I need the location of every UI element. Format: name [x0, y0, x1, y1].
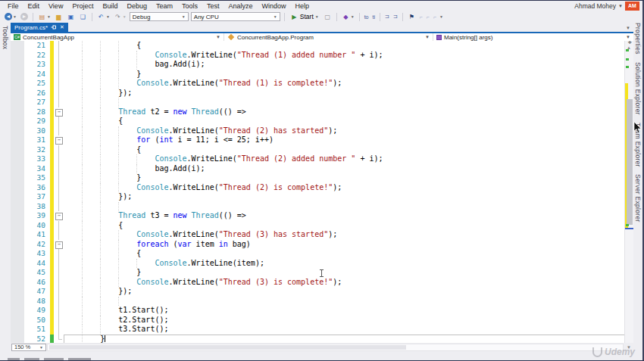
code-line-31[interactable]: 31 for (int i = 11; i <= 25; i++): [11, 135, 633, 145]
breakpoint-margin[interactable]: [11, 297, 24, 307]
code-line-22[interactable]: 22 Console.WriteLine("Thread (1) added n…: [11, 51, 633, 61]
code-text[interactable]: {: [64, 249, 633, 259]
breakpoint-margin[interactable]: [11, 259, 24, 269]
breakpoint-margin[interactable]: [11, 60, 24, 70]
code-line-27[interactable]: 27: [11, 98, 633, 107]
code-line-32[interactable]: 32 {: [11, 145, 633, 155]
code-line-47[interactable]: 47 });: [11, 287, 633, 297]
code-line-44[interactable]: 44 Console.WriteLine(item);: [11, 259, 633, 269]
start-debugging-button[interactable]: ▶ Start ▼: [289, 13, 320, 21]
save-button[interactable]: ▣: [66, 12, 76, 22]
code-text[interactable]: Console.WriteLine(item);: [64, 259, 633, 269]
code-text[interactable]: {: [64, 145, 633, 155]
code-line-25[interactable]: 25 Console.WriteLine("Thread (1) is comp…: [11, 79, 633, 89]
code-text[interactable]: });: [64, 89, 633, 98]
collapse-icon[interactable]: [54, 107, 64, 117]
code-text[interactable]: t3.Start();: [64, 325, 633, 335]
code-text[interactable]: }: [64, 335, 633, 344]
code-line-33[interactable]: 33 Console.WriteLine("Thread (2) added n…: [11, 154, 633, 164]
account-area[interactable]: Ahmad Mohey ▼ AM: [574, 2, 639, 11]
breakpoint-margin[interactable]: [11, 316, 24, 325]
tab-solution-explorer[interactable]: Solution Explorer: [634, 62, 642, 115]
project-dropdown[interactable]: C# ConcurrentBagApp ▼: [11, 33, 224, 41]
code-text[interactable]: [64, 98, 633, 107]
bookmark-button[interactable]: ⚑: [407, 12, 417, 22]
code-text[interactable]: t2.Start();: [64, 316, 633, 325]
menu-window[interactable]: Window: [258, 2, 291, 10]
breakpoint-margin[interactable]: [11, 221, 24, 231]
breakpoint-margin[interactable]: [11, 325, 24, 335]
breakpoint-margin[interactable]: [11, 249, 24, 259]
code-text[interactable]: Console.WriteLine("Thread (3) has starte…: [64, 230, 633, 240]
code-text[interactable]: Thread t3 = new Thread(() =>: [64, 211, 633, 221]
tab-properties[interactable]: Properties: [634, 23, 642, 54]
menu-debug[interactable]: Debug: [122, 2, 152, 10]
scrollbar-thumb[interactable]: [49, 345, 406, 350]
solution-platform-combo[interactable]: Any CPU ▼: [191, 12, 280, 21]
code-text[interactable]: Console.WriteLine("Thread (2) added numb…: [64, 154, 633, 164]
breakpoint-margin[interactable]: [11, 89, 24, 98]
code-text[interactable]: bag.Add(i);: [64, 60, 633, 70]
close-icon[interactable]: ✕: [60, 24, 64, 30]
breakpoint-margin[interactable]: [11, 278, 24, 288]
vertical-scrollbar[interactable]: ✚ ▲: [624, 41, 633, 343]
save-all-button[interactable]: ❏: [78, 12, 88, 22]
code-line-49[interactable]: 49 t1.Start();: [11, 306, 633, 316]
breakpoint-margin[interactable]: [11, 98, 24, 107]
solution-configuration-combo[interactable]: Debug ▼: [130, 12, 189, 21]
code-line-36[interactable]: 36 Console.WriteLine("Thread (2) is comp…: [11, 183, 633, 193]
splitter-grip-icon[interactable]: ✚: [627, 41, 633, 45]
redo-button[interactable]: ↷ ▼: [113, 12, 127, 22]
code-line-23[interactable]: 23 bag.Add(i);: [11, 60, 633, 70]
code-line-21[interactable]: 21 {: [11, 41, 633, 51]
code-text[interactable]: {: [64, 221, 633, 231]
breakpoint-margin[interactable]: [11, 202, 24, 212]
breakpoint-margin[interactable]: [11, 306, 24, 316]
code-line-50[interactable]: 50 t2.Start();: [11, 316, 633, 325]
breakpoint-margin[interactable]: [11, 135, 24, 145]
bookmark-clear-button[interactable]: ⌐: [433, 12, 437, 22]
collapse-icon[interactable]: [54, 240, 64, 250]
stop-button[interactable]: ▢: [323, 12, 333, 22]
code-text[interactable]: }: [64, 70, 633, 79]
code-text[interactable]: Console.WriteLine("Thread (2) is complet…: [64, 183, 633, 193]
menu-build[interactable]: Build: [98, 2, 122, 10]
type-dropdown[interactable]: ConcurrentBagApp.Program ▼: [224, 33, 433, 41]
code-line-40[interactable]: 40 {: [11, 221, 633, 231]
scrollbar-thumb[interactable]: [627, 99, 633, 225]
show-diagnostics-button[interactable]: ti: [372, 12, 377, 22]
code-line-52[interactable]: 52 }: [11, 335, 633, 344]
code-text[interactable]: Console.WriteLine("Thread (1) is complet…: [64, 79, 633, 89]
code-text[interactable]: t1.Start();: [64, 306, 633, 316]
code-line-24[interactable]: 24 }: [11, 70, 633, 79]
tab-list-dropdown-icon[interactable]: ▼: [626, 26, 630, 30]
zoom-level-combo[interactable]: 150 % ▼: [11, 344, 46, 351]
menu-analyze[interactable]: Analyze: [224, 2, 258, 10]
tab-program-cs[interactable]: Program.cs* ✕: [11, 23, 68, 32]
breakpoint-margin[interactable]: [11, 240, 24, 250]
code-text[interactable]: Thread t2 = new Thread(() =>: [64, 107, 633, 117]
breakpoint-margin[interactable]: [11, 79, 24, 89]
breakpoint-margin[interactable]: [11, 70, 24, 79]
navigate-back-button[interactable]: ◄ ▼: [4, 12, 17, 22]
toolbar-overflow-icon[interactable]: ▼: [439, 14, 443, 19]
breakpoint-margin[interactable]: [11, 117, 24, 126]
code-line-43[interactable]: 43 {: [11, 249, 633, 259]
breakpoint-margin[interactable]: [11, 268, 24, 278]
breakpoint-margin[interactable]: [11, 154, 24, 164]
horizontal-scrollbar[interactable]: [47, 344, 624, 351]
pin-icon[interactable]: [51, 24, 57, 30]
breakpoint-margin[interactable]: [11, 173, 24, 183]
tab-toolbox[interactable]: Toolbox: [2, 26, 9, 49]
breakpoint-margin[interactable]: [11, 287, 24, 297]
code-line-41[interactable]: 41 Console.WriteLine("Thread (3) has sta…: [11, 230, 633, 240]
account-name[interactable]: Ahmad Mohey: [574, 2, 616, 10]
new-project-button[interactable]: ▤ ▼: [37, 12, 52, 22]
avatar[interactable]: AM: [625, 2, 639, 11]
breakpoint-margin[interactable]: [11, 51, 24, 61]
menu-view[interactable]: View: [44, 2, 67, 10]
code-text[interactable]: {: [64, 117, 633, 126]
code-text[interactable]: {: [64, 41, 633, 51]
breakpoint-margin[interactable]: [11, 335, 24, 344]
bookmark-next-button[interactable]: ⌐: [426, 12, 430, 22]
